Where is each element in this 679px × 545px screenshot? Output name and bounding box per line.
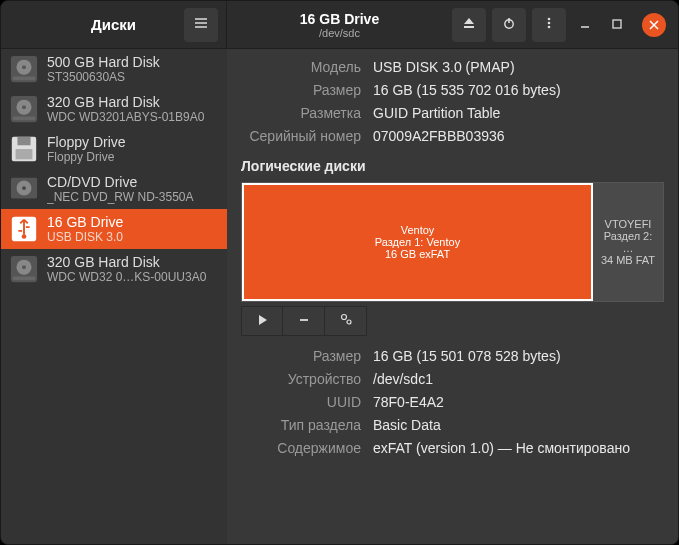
disks-window: Диски 16 GB Drive /dev/sdc: [0, 0, 679, 545]
partition-options-button[interactable]: [325, 306, 367, 336]
sidebar-item-optical[interactable]: CD/DVD Drive_NEC DVD_RW ND-3550A: [1, 169, 227, 209]
drive-options-button[interactable]: [532, 8, 566, 42]
svg-rect-12: [13, 117, 36, 121]
titlebar-right: [452, 8, 678, 42]
psize-label: Размер: [241, 348, 361, 364]
drive-name: 500 GB Hard Disk: [47, 54, 160, 70]
drive-name: 320 GB Hard Disk: [47, 254, 206, 270]
svg-point-2: [548, 21, 551, 24]
svg-point-23: [22, 265, 26, 269]
ptype-label: Тип раздела: [241, 417, 361, 433]
titlebar: Диски 16 GB Drive /dev/sdc: [1, 1, 678, 49]
minimize-icon: [579, 16, 591, 34]
close-icon: [649, 16, 659, 34]
content-label: Содержимое: [241, 440, 361, 456]
ptype-value: Basic Data: [373, 417, 664, 433]
drive-name: Floppy Drive: [47, 134, 126, 150]
drive-sub: USB DISK 3.0: [47, 230, 123, 244]
model-label: Модель: [241, 59, 361, 75]
volume-map: Ventoy Раздел 1: Ventoy 16 GB exFAT VTOY…: [241, 182, 664, 302]
partition-info-grid: Размер 16 GB (15 501 078 528 bytes) Устр…: [241, 348, 664, 456]
svg-rect-8: [13, 77, 36, 81]
hamburger-menu-button[interactable]: [184, 8, 218, 42]
usb-icon: [9, 214, 39, 244]
hdd-icon: [9, 54, 39, 84]
device-value: /dev/sdc1: [373, 371, 664, 387]
svg-point-18: [22, 186, 26, 190]
mount-button[interactable]: [241, 306, 283, 336]
sidebar-item-hdd-320a[interactable]: 320 GB Hard DiskWDC WD3201ABYS-01B9A0: [1, 89, 227, 129]
minus-icon: [298, 312, 310, 330]
drive-info-grid: Модель USB DISK 3.0 (PMAP) Размер 16 GB …: [241, 59, 664, 144]
drive-sub: ST3500630AS: [47, 70, 160, 84]
power-button[interactable]: [492, 8, 526, 42]
svg-point-3: [548, 25, 551, 28]
titlebar-left: Диски: [1, 1, 227, 48]
volume-ventoy[interactable]: Ventoy Раздел 1: Ventoy 16 GB exFAT: [242, 183, 593, 301]
svg-point-11: [22, 105, 26, 109]
content-value: exFAT (version 1.0) — Не смонтировано: [373, 440, 664, 456]
svg-rect-24: [13, 277, 36, 281]
svg-point-1: [548, 17, 551, 20]
device-label: Устройство: [241, 371, 361, 387]
app-title: Диски: [91, 16, 136, 33]
model-value: USB DISK 3.0 (PMAP): [373, 59, 664, 75]
play-icon: [256, 312, 268, 330]
svg-rect-4: [613, 20, 621, 28]
volume-toolbar: [241, 306, 664, 336]
volume-vtoyefi[interactable]: VTOYEFI Раздел 2: … 34 MB FAT: [593, 183, 663, 301]
volume-name: Ventoy: [401, 224, 435, 236]
hamburger-icon: [194, 16, 208, 34]
drive-sub: Floppy Drive: [47, 150, 126, 164]
drive-sub: _NEC DVD_RW ND-3550A: [47, 190, 194, 204]
kebab-icon: [542, 16, 556, 34]
volume-fs: 34 MB FAT: [601, 254, 655, 266]
serial-label: Серийный номер: [241, 128, 361, 144]
volume-fs: 16 GB exFAT: [385, 248, 450, 260]
svg-point-20: [22, 234, 27, 239]
floppy-icon: [9, 134, 39, 164]
svg-rect-14: [17, 137, 30, 145]
sidebar-item-hdd-320b[interactable]: 320 GB Hard DiskWDC WD32 0…KS-00UU3A0: [1, 249, 227, 289]
eject-icon: [462, 16, 476, 34]
power-icon: [502, 16, 516, 34]
serial-value: 07009A2FBBB03936: [373, 128, 664, 144]
volume-detail: Раздел 2: …: [597, 230, 659, 254]
maximize-icon: [611, 16, 623, 34]
svg-point-7: [22, 65, 26, 69]
svg-point-25: [341, 315, 346, 320]
sidebar-item-floppy[interactable]: Floppy DriveFloppy Drive: [1, 129, 227, 169]
drive-name: 16 GB Drive: [47, 214, 123, 230]
main-panel: Модель USB DISK 3.0 (PMAP) Размер 16 GB …: [227, 49, 678, 544]
maximize-button[interactable]: [604, 12, 630, 38]
sidebar-item-hdd-500[interactable]: 500 GB Hard DiskST3500630AS: [1, 49, 227, 89]
minimize-button[interactable]: [572, 12, 598, 38]
uuid-value: 78F0-E4A2: [373, 394, 664, 410]
uuid-label: UUID: [241, 394, 361, 410]
drive-sub: WDC WD3201ABYS-01B9A0: [47, 110, 204, 124]
close-button[interactable]: [642, 13, 666, 37]
volume-name: VTOYEFI: [605, 218, 652, 230]
partitioning-value: GUID Partition Table: [373, 105, 664, 121]
drive-title: 16 GB Drive: [300, 11, 379, 27]
delete-partition-button[interactable]: [283, 306, 325, 336]
eject-button[interactable]: [452, 8, 486, 42]
optical-icon: [9, 174, 39, 204]
size-value: 16 GB (15 535 702 016 bytes): [373, 82, 664, 98]
hdd-icon: [9, 94, 39, 124]
volumes-header: Логические диски: [241, 158, 664, 174]
sidebar-item-usb-16[interactable]: 16 GB DriveUSB DISK 3.0: [1, 209, 227, 249]
drive-name: CD/DVD Drive: [47, 174, 194, 190]
partitioning-label: Разметка: [241, 105, 361, 121]
svg-point-26: [347, 320, 351, 324]
titlebar-center: 16 GB Drive /dev/sdc: [227, 11, 452, 39]
psize-value: 16 GB (15 501 078 528 bytes): [373, 348, 664, 364]
hdd-icon: [9, 254, 39, 284]
sidebar: 500 GB Hard DiskST3500630AS 320 GB Hard …: [1, 49, 227, 544]
body: 500 GB Hard DiskST3500630AS 320 GB Hard …: [1, 49, 678, 544]
drive-name: 320 GB Hard Disk: [47, 94, 204, 110]
drive-subtitle: /dev/sdc: [319, 27, 360, 39]
drive-sub: WDC WD32 0…KS-00UU3A0: [47, 270, 206, 284]
size-label: Размер: [241, 82, 361, 98]
volume-detail: Раздел 1: Ventoy: [375, 236, 460, 248]
